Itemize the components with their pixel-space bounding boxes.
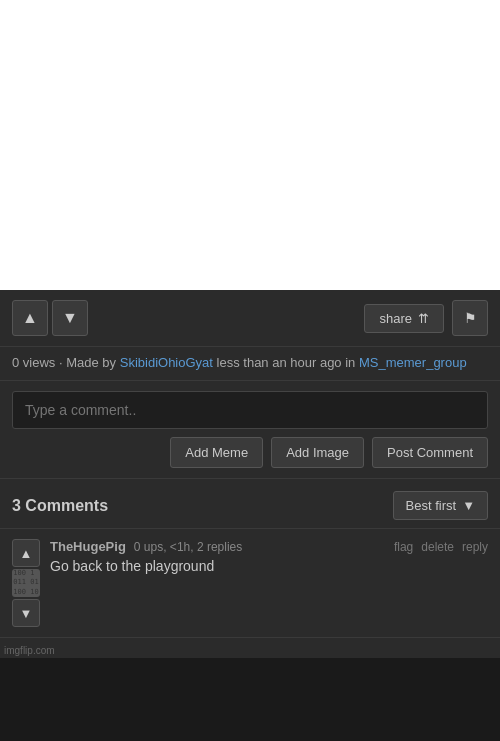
imgflip-credit: imgflip.com bbox=[4, 645, 55, 656]
comment-buttons: Add Meme Add Image Post Comment bbox=[12, 437, 488, 468]
vote-buttons: ▲ ▼ bbox=[12, 300, 88, 336]
views-count: 0 views bbox=[12, 355, 55, 370]
comment-input[interactable] bbox=[12, 391, 488, 429]
share-icon: ⇈ bbox=[418, 311, 429, 326]
comments-area: ▲ 100 1 011 01 100 10 ▼ TheHugePig 0 ups… bbox=[0, 529, 500, 658]
comments-header: 3 Comments Best first ▼ bbox=[0, 479, 500, 529]
post-actions-bar: ▲ ▼ share ⇈ ⚑ bbox=[0, 290, 500, 347]
add-meme-button[interactable]: Add Meme bbox=[170, 437, 263, 468]
delete-comment-link[interactable]: delete bbox=[421, 540, 454, 554]
time-text: less than an hour ago in bbox=[217, 355, 356, 370]
comment-text: Go back to the playground bbox=[50, 558, 488, 574]
comment-downvote-button[interactable]: ▼ bbox=[12, 599, 40, 627]
sort-label: Best first bbox=[406, 498, 457, 513]
comment-meta-line: TheHugePig 0 ups, <1h, 2 replies flag de… bbox=[50, 539, 488, 554]
comment-upvote-button[interactable]: ▲ bbox=[12, 539, 40, 567]
right-buttons: share ⇈ ⚑ bbox=[364, 300, 488, 336]
comment-content: TheHugePig 0 ups, <1h, 2 replies flag de… bbox=[50, 539, 488, 574]
post-comment-button[interactable]: Post Comment bbox=[372, 437, 488, 468]
post-author[interactable]: SkibidiOhioGyat bbox=[120, 355, 213, 370]
sort-button[interactable]: Best first ▼ bbox=[393, 491, 488, 520]
image-area bbox=[0, 0, 500, 290]
post-meta: 0 views · Made by SkibidiOhioGyat less t… bbox=[0, 347, 500, 381]
comment-input-area: Add Meme Add Image Post Comment bbox=[0, 381, 500, 479]
flag-button[interactable]: ⚑ bbox=[452, 300, 488, 336]
upvote-button[interactable]: ▲ bbox=[12, 300, 48, 336]
flag-comment-link[interactable]: flag bbox=[394, 540, 413, 554]
comment-username: TheHugePig bbox=[50, 539, 126, 554]
downvote-button[interactable]: ▼ bbox=[52, 300, 88, 336]
add-image-button[interactable]: Add Image bbox=[271, 437, 364, 468]
comment-vote-col: ▲ 100 1 011 01 100 10 ▼ bbox=[12, 539, 40, 627]
share-label: share bbox=[379, 311, 412, 326]
made-by-label: Made by bbox=[66, 355, 116, 370]
share-button[interactable]: share ⇈ bbox=[364, 304, 444, 333]
comments-count: 3 Comments bbox=[12, 497, 108, 515]
group-link[interactable]: MS_memer_group bbox=[359, 355, 467, 370]
comment-row: ▲ 100 1 011 01 100 10 ▼ TheHugePig 0 ups… bbox=[0, 529, 500, 638]
sort-arrow-icon: ▼ bbox=[462, 498, 475, 513]
avatar: 100 1 011 01 100 10 bbox=[12, 569, 40, 597]
comment-stats: 0 ups, <1h, 2 replies bbox=[134, 540, 242, 554]
reply-comment-link[interactable]: reply bbox=[462, 540, 488, 554]
